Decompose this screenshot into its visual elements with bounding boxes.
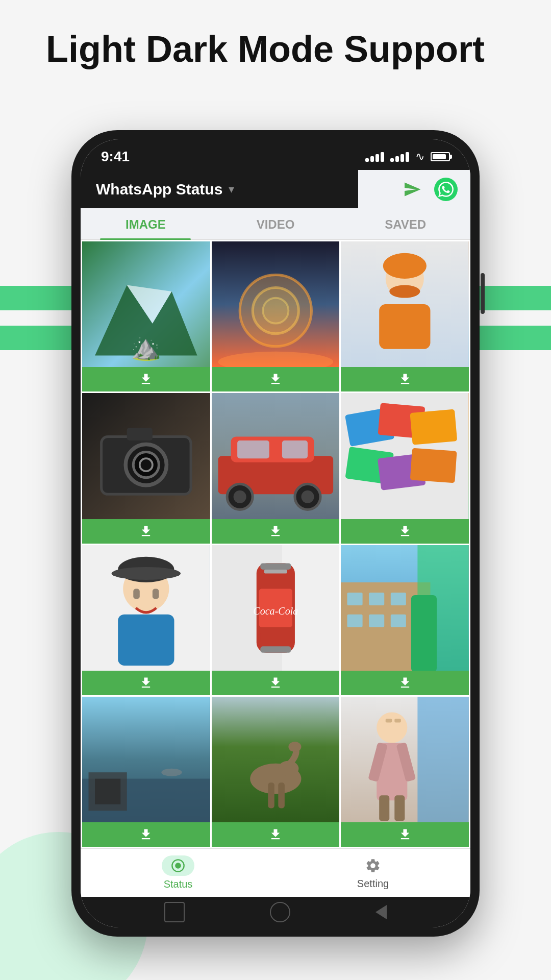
svg-rect-80 [395, 795, 405, 821]
image-jeep [212, 393, 340, 519]
download-button[interactable] [212, 671, 340, 695]
svg-rect-45 [260, 563, 291, 570]
svg-rect-57 [369, 614, 384, 627]
image-fashion [341, 697, 469, 822]
image-camera [82, 393, 210, 519]
list-item [82, 697, 210, 847]
download-button[interactable] [82, 671, 210, 695]
signal-icon-1 [365, 152, 384, 162]
svg-point-25 [233, 491, 246, 503]
svg-rect-60 [411, 595, 437, 671]
phone-screen: 9:41 ∿ [81, 139, 470, 927]
list-item [341, 241, 469, 391]
image-boy-hat [82, 545, 210, 671]
svg-rect-11 [380, 304, 431, 349]
svg-rect-41 [153, 589, 159, 599]
svg-point-6 [263, 298, 288, 324]
tab-bar: IMAGE VIDEO SAVED [81, 208, 470, 240]
list-item [341, 545, 469, 695]
app-title: WhatsApp Status [96, 181, 222, 198]
status-bar: 9:41 ∿ [81, 139, 470, 170]
nav-item-setting[interactable]: Setting [276, 849, 470, 897]
svg-rect-54 [369, 593, 384, 605]
download-button[interactable] [212, 367, 340, 391]
svg-rect-53 [347, 593, 363, 605]
image-building [341, 545, 469, 671]
phone-body: 9:41 ∿ [71, 130, 480, 937]
svg-rect-31 [410, 409, 458, 445]
svg-rect-37 [118, 614, 174, 665]
download-button[interactable] [82, 519, 210, 544]
svg-rect-74 [418, 697, 469, 822]
list-item [212, 697, 340, 847]
svg-rect-50 [260, 646, 291, 653]
download-button[interactable] [212, 822, 340, 847]
svg-rect-34 [410, 448, 457, 483]
tab-saved[interactable]: SAVED [340, 208, 470, 239]
image-mountain [82, 241, 210, 367]
whatsapp-button[interactable] [434, 178, 458, 201]
home-indicator [81, 897, 470, 927]
signal-icon-2 [390, 152, 409, 162]
download-button[interactable] [212, 519, 340, 544]
svg-rect-58 [391, 614, 406, 627]
download-button[interactable] [82, 367, 210, 391]
svg-point-84 [175, 863, 181, 869]
download-button[interactable] [341, 671, 469, 695]
status-time: 9:41 [101, 149, 130, 165]
list-item [212, 241, 340, 391]
download-button[interactable] [82, 822, 210, 847]
image-sea [82, 697, 210, 822]
status-icons: ∿ [365, 150, 450, 163]
svg-rect-82 [395, 719, 402, 723]
media-grid: Coca-Cola [81, 240, 470, 848]
svg-point-66 [161, 768, 182, 776]
image-cola: Coca-Cola [212, 545, 340, 671]
nav-label-setting: Setting [357, 878, 389, 890]
send-button[interactable] [400, 178, 424, 201]
tab-video[interactable]: VIDEO [211, 208, 341, 239]
nav-item-status[interactable]: Status [81, 849, 276, 897]
list-item [212, 393, 340, 543]
svg-point-10 [390, 285, 420, 298]
setting-icon-container [358, 856, 388, 875]
list-item [341, 393, 469, 543]
svg-point-17 [140, 458, 153, 471]
dropdown-arrow-icon[interactable]: ▾ [229, 183, 234, 196]
svg-rect-23 [282, 440, 308, 458]
svg-rect-55 [391, 593, 406, 605]
svg-rect-81 [386, 719, 392, 723]
header-right [358, 170, 470, 208]
svg-point-39 [112, 567, 181, 579]
download-button[interactable] [341, 367, 469, 391]
svg-rect-49 [260, 631, 291, 644]
image-sunset [212, 241, 340, 367]
image-winter-girl [341, 241, 469, 367]
download-button[interactable] [341, 822, 469, 847]
svg-point-12 [383, 253, 427, 279]
list-item [82, 545, 210, 695]
image-postcards [341, 393, 469, 519]
svg-rect-70 [278, 782, 285, 808]
image-horse [212, 697, 340, 822]
tab-image[interactable]: IMAGE [81, 208, 211, 239]
svg-rect-79 [380, 795, 390, 821]
nav-label-status: Status [164, 878, 193, 890]
phone-mockup: 9:41 ∿ [71, 130, 480, 937]
back-nav-triangle[interactable] [375, 905, 387, 919]
side-button [481, 273, 485, 314]
svg-rect-69 [268, 782, 274, 808]
svg-rect-56 [347, 614, 363, 627]
wifi-icon: ∿ [415, 150, 424, 163]
download-button[interactable] [341, 519, 469, 544]
back-nav-square[interactable] [164, 902, 185, 922]
list-item [82, 241, 210, 391]
svg-rect-18 [127, 428, 153, 440]
status-icon-pill [162, 855, 194, 876]
svg-text:Coca-Cola: Coca-Cola [253, 605, 298, 616]
list-item [341, 697, 469, 847]
home-nav-circle[interactable] [270, 902, 290, 922]
header-left: WhatsApp Status ▾ [81, 170, 358, 208]
bottom-nav: Status Setting [81, 848, 470, 897]
svg-rect-46 [264, 569, 287, 573]
